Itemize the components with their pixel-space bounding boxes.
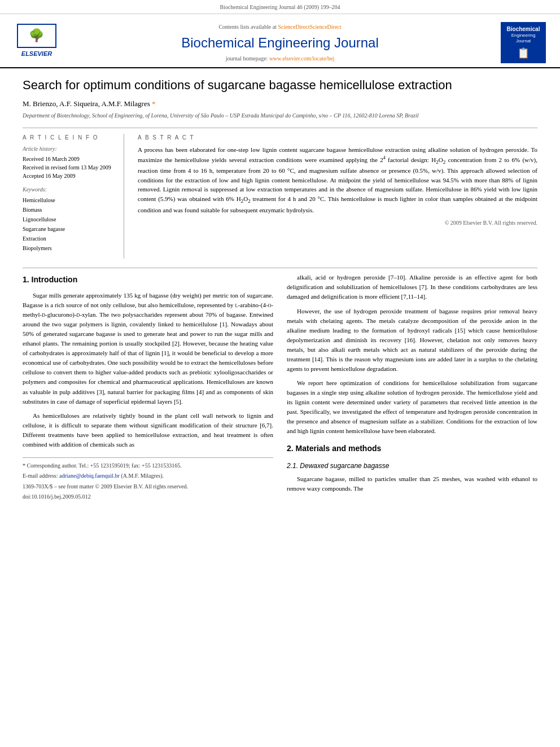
intro-para-2: As hemicelluloses are relatively tightly… xyxy=(23,411,273,449)
abstract-label: A B S T R A C T xyxy=(138,134,537,142)
body-col-left: 1. Introduction Sugar mills generate app… xyxy=(23,273,273,503)
sciencedirect-line: Contents lists available at ScienceDirec… xyxy=(68,23,492,31)
top-bar: Biochemical Engineering Journal 46 (2009… xyxy=(0,0,560,14)
keyword-6: Biopolymers xyxy=(23,243,116,253)
received-date: Received 16 March 2009 xyxy=(23,155,116,163)
intro-para-1: Sugar mills generate approximately 135 k… xyxy=(23,291,273,407)
affiliation: Department of Biotechnology, School of E… xyxy=(23,112,537,120)
journal-homepage: journal homepage: www.elsevier.com/locat… xyxy=(68,55,492,63)
section1-heading: 1. Introduction xyxy=(23,274,273,286)
article-info-label: A R T I C L E I N F O xyxy=(23,134,116,142)
accepted-date: Accepted 16 May 2009 xyxy=(23,172,116,180)
footnote-doi: doi:10.1016/j.bej.2009.05.012 xyxy=(23,492,273,501)
col2-para-1: alkali, acid or hydrogen peroxide [7–10]… xyxy=(287,273,537,302)
authors-line: M. Brienzo, A.F. Siqueira, A.M.F. Milagr… xyxy=(23,99,537,109)
history-subsection: Article history: Received 16 March 2009 … xyxy=(23,145,116,180)
article-info-col: A R T I C L E I N F O Article history: R… xyxy=(23,134,124,259)
elsevier-icon: 🌳 xyxy=(21,27,52,45)
page-wrapper: Biochemical Engineering Journal 46 (2009… xyxy=(0,0,560,747)
corresponding-marker: * xyxy=(150,99,156,108)
journal-main-title: Biochemical Engineering Journal xyxy=(68,33,492,53)
sciencedirect-link[interactable]: ScienceDirect xyxy=(278,24,309,30)
keyword-4: Sugarcane bagasse xyxy=(23,224,116,234)
copyright-line: © 2009 Elsevier B.V. All rights reserved… xyxy=(138,219,537,227)
abstract-text: A process has been elaborated for one-st… xyxy=(138,145,537,215)
keyword-3: Lignocellulose xyxy=(23,215,116,224)
col2-para-3: We report here optimization of condition… xyxy=(287,378,537,436)
keyword-5: Extraction xyxy=(23,234,116,243)
revised-date: Received in revised form 13 May 2009 xyxy=(23,163,116,172)
col2-para-2: However, the use of hydrogen peroxide tr… xyxy=(287,307,537,374)
journal-title-section: Contents lists available at ScienceDirec… xyxy=(62,20,498,67)
keywords-subsection: Keywords: Hemicellulose Biomass Lignocel… xyxy=(23,186,116,253)
keywords-list: Hemicellulose Biomass Lignocellulose Sug… xyxy=(23,195,116,253)
elsevier-brand: ELSEVIER xyxy=(21,50,52,58)
keyword-1: Hemicellulose xyxy=(23,195,116,205)
keyword-2: Biomass xyxy=(23,205,116,215)
keywords-label: Keywords: xyxy=(23,186,116,194)
authors: M. Brienzo, A.F. Siqueira, A.M.F. Milagr… xyxy=(23,99,150,108)
two-col-body: 1. Introduction Sugar mills generate app… xyxy=(23,273,537,503)
footnote-issn: 1369-703X/$ – see front matter © 2009 El… xyxy=(23,482,273,491)
footnote-email-address[interactable]: adriane@debiq.faenquil.br xyxy=(59,473,120,479)
body-divider xyxy=(23,268,537,268)
footnote-email-suffix: (A.M.F. Milagres). xyxy=(121,473,164,479)
article-content: Search for optimum conditions of sugarca… xyxy=(0,68,560,512)
journal-header: 🌳 ELSEVIER Contents lists available at S… xyxy=(0,14,560,68)
citation-text: Biochemical Engineering Journal 46 (2009… xyxy=(220,4,340,10)
journal-logo-inner: Biochemical Engineering Journal 📋 xyxy=(501,22,546,63)
section2-sub1-heading: 2.1. Dewaxed sugarcane bagasse xyxy=(287,461,537,471)
section2-sub1-text: Sugarcane bagasse, milled to particles s… xyxy=(287,474,537,493)
body-col-right: alkali, acid or hydrogen peroxide [7–10]… xyxy=(287,273,537,503)
elsevier-logo: 🌳 ELSEVIER xyxy=(11,20,62,67)
section2-heading: 2. Materials and methods xyxy=(287,443,537,455)
journal-url[interactable]: www.elsevier.com/locate/bej xyxy=(269,55,334,62)
footnote-corresponding: * Corresponding author. Tel.: +55 123159… xyxy=(23,461,273,470)
info-abstract-section: A R T I C L E I N F O Article history: R… xyxy=(23,128,537,259)
article-title: Search for optimum conditions of sugarca… xyxy=(23,77,537,94)
abstract-col: A B S T R A C T A process has been elabo… xyxy=(138,134,537,259)
footnote-area: * Corresponding author. Tel.: +55 123159… xyxy=(23,457,273,501)
footnote-email: E-mail address: adriane@debiq.faenquil.b… xyxy=(23,471,273,480)
history-label: Article history: xyxy=(23,145,116,153)
journal-logo-box: Biochemical Engineering Journal 📋 xyxy=(498,20,549,67)
